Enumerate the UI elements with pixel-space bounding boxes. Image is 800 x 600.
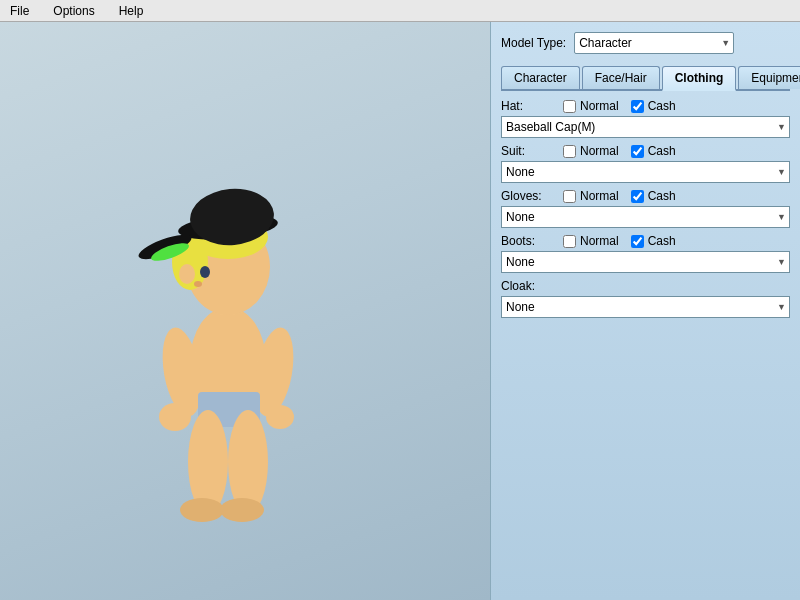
hat-normal-label: Normal xyxy=(580,99,619,113)
suit-select[interactable]: None Suit A xyxy=(501,161,790,183)
boots-normal-group: Normal xyxy=(563,234,619,248)
boots-label: Boots: xyxy=(501,234,551,248)
cloak-select[interactable]: None Cloak A xyxy=(501,296,790,318)
suit-normal-group: Normal xyxy=(563,144,619,158)
suit-label-row: Suit: Normal Cash xyxy=(501,144,790,158)
suit-row: Suit: Normal Cash None Suit A xyxy=(501,144,790,183)
suit-label: Suit: xyxy=(501,144,551,158)
boots-select[interactable]: None Boots A xyxy=(501,251,790,273)
gloves-select-wrapper: None Gloves A xyxy=(501,206,790,228)
suit-normal-label: Normal xyxy=(580,144,619,158)
cloak-label: Cloak: xyxy=(501,279,551,293)
hat-normal-group: Normal xyxy=(563,99,619,113)
gloves-select[interactable]: None Gloves A xyxy=(501,206,790,228)
svg-point-16 xyxy=(200,266,210,278)
svg-point-6 xyxy=(180,498,224,522)
boots-normal-checkbox[interactable] xyxy=(563,235,576,248)
svg-point-4 xyxy=(188,410,228,514)
suit-cash-group: Cash xyxy=(631,144,676,158)
menubar: File Options Help xyxy=(0,0,800,22)
boots-cash-label: Cash xyxy=(648,234,676,248)
boots-row: Boots: Normal Cash None Boots A xyxy=(501,234,790,273)
character-display xyxy=(80,42,380,562)
clothing-content: Hat: Normal Cash Baseball Cap(M) Non xyxy=(501,99,790,590)
hat-select[interactable]: Baseball Cap(M) None xyxy=(501,116,790,138)
boots-cash-group: Cash xyxy=(631,234,676,248)
suit-select-row: None Suit A xyxy=(501,161,790,183)
3d-viewport xyxy=(0,22,490,600)
tab-character[interactable]: Character xyxy=(501,66,580,89)
gloves-cash-label: Cash xyxy=(648,189,676,203)
svg-point-17 xyxy=(194,281,202,287)
boots-normal-label: Normal xyxy=(580,234,619,248)
hat-row: Hat: Normal Cash Baseball Cap(M) Non xyxy=(501,99,790,138)
main-layout: Model Type: Character NPC Monster Charac… xyxy=(0,22,800,600)
hat-cash-checkbox[interactable] xyxy=(631,100,644,113)
hat-cash-group: Cash xyxy=(631,99,676,113)
hat-cash-label: Cash xyxy=(648,99,676,113)
gloves-normal-checkbox[interactable] xyxy=(563,190,576,203)
model-type-dropdown-wrapper: Character NPC Monster xyxy=(574,32,734,54)
svg-point-5 xyxy=(228,410,268,514)
svg-point-19 xyxy=(159,403,191,431)
suit-cash-label: Cash xyxy=(648,144,676,158)
model-type-label: Model Type: xyxy=(501,36,566,50)
gloves-cash-group: Cash xyxy=(631,189,676,203)
boots-select-row: None Boots A xyxy=(501,251,790,273)
boots-select-wrapper: None Boots A xyxy=(501,251,790,273)
cloak-row: Cloak: None Cloak A xyxy=(501,279,790,318)
tab-bar: Character Face/Hair Clothing Equipment xyxy=(501,66,790,91)
hat-normal-checkbox[interactable] xyxy=(563,100,576,113)
svg-point-18 xyxy=(179,264,195,284)
gloves-normal-label: Normal xyxy=(580,189,619,203)
suit-cash-checkbox[interactable] xyxy=(631,145,644,158)
svg-point-7 xyxy=(220,498,264,522)
hat-select-row: Baseball Cap(M) None xyxy=(501,116,790,138)
tab-facehair[interactable]: Face/Hair xyxy=(582,66,660,89)
right-panel: Model Type: Character NPC Monster Charac… xyxy=(490,22,800,600)
boots-cash-checkbox[interactable] xyxy=(631,235,644,248)
gloves-select-row: None Gloves A xyxy=(501,206,790,228)
tab-clothing[interactable]: Clothing xyxy=(662,66,737,91)
svg-point-20 xyxy=(266,405,294,429)
menu-help[interactable]: Help xyxy=(113,2,150,20)
hat-select-wrapper: Baseball Cap(M) None xyxy=(501,116,790,138)
gloves-label-row: Gloves: Normal Cash xyxy=(501,189,790,203)
character-svg xyxy=(80,42,380,562)
suit-select-wrapper: None Suit A xyxy=(501,161,790,183)
menu-file[interactable]: File xyxy=(4,2,35,20)
hat-label: Hat: xyxy=(501,99,551,113)
gloves-cash-checkbox[interactable] xyxy=(631,190,644,203)
cloak-select-wrapper: None Cloak A xyxy=(501,296,790,318)
hat-label-row: Hat: Normal Cash xyxy=(501,99,790,113)
gloves-label: Gloves: xyxy=(501,189,551,203)
cloak-select-row: None Cloak A xyxy=(501,296,790,318)
gloves-normal-group: Normal xyxy=(563,189,619,203)
model-type-select[interactable]: Character NPC Monster xyxy=(574,32,734,54)
tab-equipment[interactable]: Equipment xyxy=(738,66,800,89)
boots-label-row: Boots: Normal Cash xyxy=(501,234,790,248)
model-type-row: Model Type: Character NPC Monster xyxy=(501,32,790,54)
cloak-label-row: Cloak: xyxy=(501,279,790,293)
menu-options[interactable]: Options xyxy=(47,2,100,20)
gloves-row: Gloves: Normal Cash None Gloves A xyxy=(501,189,790,228)
suit-normal-checkbox[interactable] xyxy=(563,145,576,158)
